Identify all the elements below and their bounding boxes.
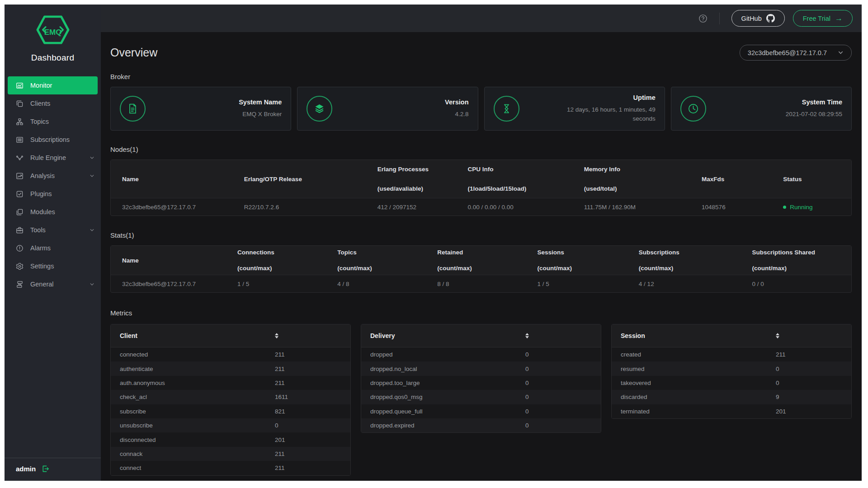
document-icon xyxy=(120,96,146,122)
emqx-logo: EMQ xyxy=(35,14,71,45)
sidebar-item-clients[interactable]: Clients xyxy=(5,94,101,113)
broker-card-title: Version xyxy=(445,99,468,106)
column-header-line1: Memory Info xyxy=(584,166,698,173)
column-header-subscriptions: Subscriptions(count/max) xyxy=(639,246,752,275)
metric-row: dropped.no_local0 xyxy=(361,361,601,375)
column-header-status: Status xyxy=(783,160,851,198)
github-label: GitHub xyxy=(741,15,762,22)
metrics-table-header: Session xyxy=(612,324,851,347)
metric-row: resumed0 xyxy=(612,361,851,375)
analysis-icon xyxy=(16,172,24,180)
metric-name: resumed xyxy=(621,366,645,372)
free-trial-button[interactable]: Free Trial → xyxy=(793,10,853,27)
sidebar-item-analysis[interactable]: Analysis xyxy=(5,167,101,185)
chevron-down-icon xyxy=(90,282,94,287)
github-button[interactable]: GitHub xyxy=(731,10,785,27)
help-icon[interactable] xyxy=(698,14,708,23)
sidebar-item-label: Subscriptions xyxy=(30,136,70,143)
metric-value: 0 xyxy=(776,380,779,386)
sidebar-item-label: General xyxy=(30,281,54,288)
sidebar-item-alarms[interactable]: Alarms xyxy=(5,239,101,257)
sort-asc-icon xyxy=(776,333,779,335)
broker-card-uptime: Uptime12 days, 16 hours, 1 minutes, 49 s… xyxy=(484,87,665,131)
stats-section-label: Stats(1) xyxy=(110,231,852,239)
sidebar-item-tools[interactable]: Tools xyxy=(5,221,101,239)
stats-table: NameConnections(count/max)Topics(count/m… xyxy=(110,245,852,293)
modules-icon xyxy=(16,208,24,216)
nodes-table: NameErlang/OTP ReleaseErlang Processes(u… xyxy=(110,160,852,216)
metric-name: auth.anonymous xyxy=(120,380,165,386)
table-cell: Running xyxy=(783,198,851,216)
sort-asc-icon xyxy=(275,333,278,335)
sort-icon[interactable] xyxy=(525,333,529,338)
broker-card-version: Version4.2.8 xyxy=(297,87,478,131)
hourglass-icon xyxy=(494,96,519,122)
metric-value: 211 xyxy=(275,450,285,457)
table-cell: 8 / 8 xyxy=(437,275,537,293)
metrics-table-session: Sessioncreated211resumed0takeovered0disc… xyxy=(611,324,852,419)
metric-name: dropped.too_large xyxy=(370,380,420,386)
broker-card-system-name: System NameEMQ X Broker xyxy=(110,87,291,131)
sidebar-item-topics[interactable]: Topics xyxy=(5,113,101,131)
clients-icon xyxy=(16,100,24,108)
sidebar-item-plugins[interactable]: Plugins xyxy=(5,185,101,203)
sort-icon[interactable] xyxy=(275,333,278,338)
table-cell: 4 / 12 xyxy=(639,275,752,293)
nodes-table: NameErlang/OTP ReleaseErlang Processes(u… xyxy=(111,160,851,216)
chevron-down-icon xyxy=(90,155,94,160)
metric-row: dropped0 xyxy=(361,347,601,361)
status-dot-icon xyxy=(783,206,786,209)
column-header-line1: Subscriptions Shared xyxy=(752,249,848,256)
sidebar-item-label: Clients xyxy=(30,100,50,107)
plugins-icon xyxy=(16,190,24,198)
sort-icon[interactable] xyxy=(776,333,779,338)
main-column: GitHub Free Trial → Overview 32c3dbefbe6… xyxy=(101,5,862,481)
table-cell: 1 / 5 xyxy=(237,275,337,293)
column-header-text: Name xyxy=(122,257,234,264)
metric-row: dropped.expired0 xyxy=(361,418,601,432)
general-icon xyxy=(16,281,24,288)
table-cell: R22/10.7.2.6 xyxy=(244,198,377,216)
metric-row: created211 xyxy=(612,347,851,361)
sidebar-item-modules[interactable]: Modules xyxy=(5,203,101,221)
metric-row: connected211 xyxy=(111,347,350,361)
column-header-erlang-otp-release: Erlang/OTP Release xyxy=(244,160,377,198)
column-header-line1: Erlang Processes xyxy=(377,166,464,173)
metrics-table-title: Session xyxy=(621,332,645,339)
logout-icon[interactable] xyxy=(42,465,49,473)
sidebar-item-settings[interactable]: Settings xyxy=(5,257,101,275)
metric-name: dropped.no_local xyxy=(370,366,417,372)
broker-card-system-time: System Time2021-07-02 08:29:55 xyxy=(671,87,852,131)
column-header-maxfds: MaxFds xyxy=(702,160,783,198)
column-header-text: Erlang/OTP Release xyxy=(244,176,374,183)
metrics-table-delivery: Deliverydropped0dropped.no_local0dropped… xyxy=(361,324,601,433)
column-header-erlang-processes: Erlang Processes(used/avaliable) xyxy=(377,160,468,198)
broker-card-value: EMQ X Broker xyxy=(239,110,282,119)
table-cell: 1 / 5 xyxy=(537,275,638,293)
node-selector-dropdown[interactable]: 32c3dbefbe65@172.17.0.7 xyxy=(740,45,852,61)
metric-row: subscribe821 xyxy=(111,404,350,418)
broker-card-title: Uptime xyxy=(558,94,656,101)
sidebar-item-general[interactable]: General xyxy=(5,275,101,293)
tools-icon xyxy=(16,226,24,234)
column-header-subscriptions-shared: Subscriptions Shared(count/max) xyxy=(752,246,851,275)
app-frame: EMQ Dashboard MonitorClientsTopicsSubscr… xyxy=(5,5,862,481)
stats-table: NameConnections(count/max)Topics(count/m… xyxy=(111,246,851,292)
column-header-line2: (count/max) xyxy=(752,265,848,272)
table-row: 32c3dbefbe65@172.17.0.71 / 54 / 88 / 81 … xyxy=(111,275,851,293)
column-header-line2: (used/avaliable) xyxy=(377,185,464,192)
sidebar-item-monitor[interactable]: Monitor xyxy=(8,76,98,94)
sidebar-item-subscriptions[interactable]: Subscriptions xyxy=(5,131,101,149)
metric-value: 0 xyxy=(525,380,529,386)
column-header-text: CPU Info(1load/5load/15load) xyxy=(467,166,580,192)
metric-value: 201 xyxy=(776,408,786,415)
subscriptions-icon xyxy=(16,136,24,144)
column-header-connections: Connections(count/max) xyxy=(237,246,337,275)
sidebar-item-rule-engine[interactable]: Rule Engine xyxy=(5,149,101,167)
column-header-line2: (count/max) xyxy=(337,265,434,272)
sidebar-item-label: Topics xyxy=(30,118,49,125)
metric-row: connack211 xyxy=(111,447,350,461)
github-icon xyxy=(766,14,775,23)
metric-name: disconnected xyxy=(120,436,156,443)
current-user: admin xyxy=(16,465,36,473)
